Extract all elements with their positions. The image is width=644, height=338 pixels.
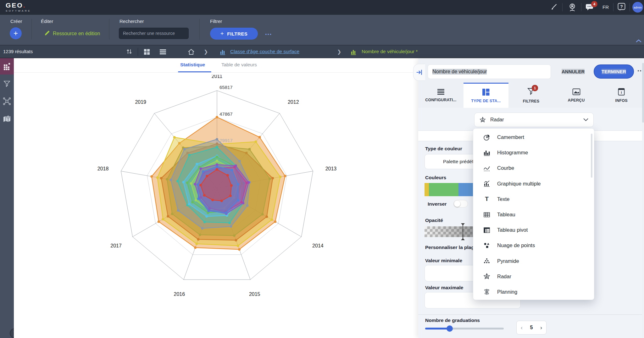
sidebar-item-resources[interactable]	[0, 58, 14, 75]
combo-chart-icon	[483, 180, 490, 187]
radar-star-icon	[480, 117, 486, 123]
menu-item-planning[interactable]: Planning	[473, 284, 594, 300]
collapse-panel-button[interactable]	[413, 64, 425, 81]
tab-type-de-statistique[interactable]: TYPE DE STA...	[464, 83, 509, 108]
svg-text:2019: 2019	[135, 99, 146, 105]
left-sidebar	[0, 58, 14, 338]
dropdown-scrollbar[interactable]	[591, 134, 592, 178]
pencil-icon	[44, 30, 50, 37]
pivot-table-icon	[483, 227, 490, 234]
network-icon	[3, 97, 11, 105]
menu-item-tableau[interactable]: Tableau	[473, 207, 594, 222]
funnel-icon	[3, 80, 10, 87]
scatter-plot-icon	[483, 242, 490, 249]
sidebar-item-filters[interactable]	[3, 80, 10, 88]
sidebar-item-network[interactable]	[3, 97, 11, 107]
top-bar: GEO. SOFTWARE 4 FR ? admin	[0, 0, 644, 15]
menu-item-graphique-multiple[interactable]: Graphique multiple	[473, 176, 594, 191]
logo-text: GEO	[6, 2, 23, 9]
toggle-knob	[454, 201, 460, 207]
grid-view-icon[interactable]	[143, 48, 150, 57]
logo-subtext: SOFTWARE	[6, 9, 31, 12]
svg-text:?: ?	[620, 4, 623, 9]
svg-text:47867: 47867	[219, 111, 233, 117]
cancel-button[interactable]: ANNULER	[562, 69, 585, 74]
svg-text:2018: 2018	[97, 166, 109, 171]
svg-text:2012: 2012	[288, 99, 299, 105]
breadcrumb-parent-link[interactable]: Classe d'âge couche de surface	[230, 49, 299, 54]
language-selector[interactable]: FR	[602, 4, 609, 10]
arrow-to-bar-icon	[416, 69, 423, 75]
filters-button[interactable]: + FILTRES	[210, 28, 258, 40]
svg-text:2014: 2014	[312, 243, 324, 248]
sort-icon[interactable]	[126, 48, 133, 56]
home-icon[interactable]	[187, 48, 195, 57]
color-type-label: Type de couleur	[425, 146, 462, 152]
columns-layout-icon	[482, 88, 490, 96]
table-icon	[483, 211, 490, 218]
statistic-name-input[interactable]: Nombre de véhicule/jour	[428, 64, 551, 79]
create-button[interactable]: +	[10, 27, 22, 39]
breadcrumb-chevron-icon: ❯	[337, 49, 341, 55]
svg-text:i: i	[621, 90, 622, 94]
stepper-increment-button[interactable]: ›	[540, 324, 542, 331]
filter-count-badge: 1	[532, 85, 538, 91]
apps-grid-icon	[3, 63, 11, 70]
chevron-down-icon	[583, 118, 588, 121]
svg-text:2016: 2016	[174, 291, 185, 297]
statistic-icon-green	[350, 48, 357, 57]
messages-icon[interactable]: 4	[586, 3, 594, 13]
custom-range-label: Personnaliser la plage	[425, 245, 477, 250]
graduations-slider-thumb[interactable]	[447, 325, 453, 332]
menu-item-courbe[interactable]: Courbe	[473, 160, 594, 176]
collapse-toolbar-icon[interactable]	[636, 38, 641, 44]
list-view-icon[interactable]	[159, 48, 167, 57]
avatar[interactable]: admin	[632, 2, 643, 13]
main-content: Statistique Table de valeurs 65817478672…	[14, 58, 418, 338]
theme-brush-icon[interactable]	[550, 3, 557, 12]
sidebar-item-map[interactable]	[3, 115, 11, 124]
pyramid-icon	[483, 258, 490, 264]
invert-label: Inverser	[428, 201, 447, 207]
breadcrumb-current: Nombre de véhicule/jour *	[362, 49, 418, 54]
more-filters-button[interactable]: ⋯	[265, 30, 272, 38]
opacity-slider-thumb[interactable]	[463, 225, 463, 238]
stepper-decrement-button[interactable]: ‹	[521, 324, 523, 331]
graduations-stepper: ‹ 5 ›	[516, 321, 547, 335]
edit-resource-button[interactable]: Ressource en édition	[44, 30, 100, 37]
results-bar: 1239 résultats ❯ Classe d'âge couche de …	[0, 45, 644, 58]
search-input[interactable]: Rechercher une ressource	[119, 28, 189, 39]
svg-text:2011: 2011	[212, 75, 223, 79]
menu-item-pyramide[interactable]: Pyramide	[473, 253, 594, 269]
config-lines-icon	[437, 89, 445, 95]
menu-item-camembert[interactable]: Camembert	[473, 130, 594, 145]
tab-filtres[interactable]: 1 FILTRES	[508, 83, 554, 108]
tab-table-de-valeurs[interactable]: Table de valeurs	[221, 62, 257, 68]
line-chart-icon	[483, 165, 490, 172]
panel-scrollbar-thumb[interactable]	[642, 63, 644, 123]
colors-label: Couleurs	[425, 175, 446, 180]
graduations-label: Nombre de graduations	[425, 318, 480, 323]
user-search-icon[interactable]	[568, 3, 577, 13]
menu-item-radar[interactable]: Radar	[473, 269, 594, 284]
menu-item-nuage-de-points[interactable]: Nuage de points	[473, 238, 594, 253]
menu-item-texte[interactable]: T Texte	[473, 191, 594, 207]
tab-statistique[interactable]: Statistique	[180, 62, 205, 68]
menu-item-tableau-pivot[interactable]: Tableau pivot	[473, 222, 594, 238]
menu-item-histogramme[interactable]: Histogramme	[473, 145, 594, 160]
stat-type-select[interactable]: Radar	[474, 113, 594, 127]
svg-text:T: T	[485, 196, 489, 202]
done-button[interactable]: TERMINER	[594, 64, 634, 79]
palette-color-1	[429, 183, 458, 196]
help-icon[interactable]: ?	[618, 3, 626, 13]
text-icon: T	[483, 196, 490, 202]
svg-text:2013: 2013	[325, 166, 337, 171]
opacity-label: Opacité	[425, 218, 443, 223]
tab-infos[interactable]: i INFOS	[599, 83, 644, 108]
svg-text:2017: 2017	[110, 243, 122, 248]
create-section-label: Créer	[10, 19, 22, 24]
planning-icon	[483, 288, 490, 295]
tab-configuration[interactable]: CONFIGURATI...	[418, 83, 464, 108]
tab-apercu[interactable]: APERÇU	[554, 83, 599, 108]
invert-toggle[interactable]	[453, 200, 468, 208]
